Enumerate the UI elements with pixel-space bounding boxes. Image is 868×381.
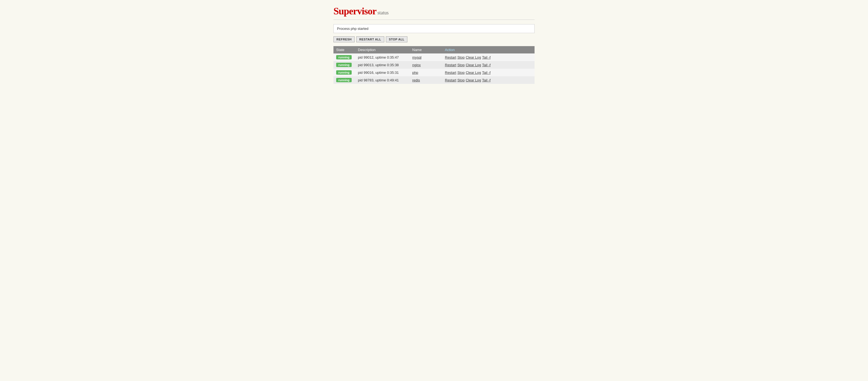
cell-description: pid 99016, uptime 0:35:31 xyxy=(355,69,409,76)
action-link-stop[interactable]: Stop xyxy=(457,55,465,60)
refresh-button[interactable]: REFRESH xyxy=(334,36,354,42)
action-link-tail--f[interactable]: Tail -f xyxy=(482,78,491,82)
action-link-clear-log[interactable]: Clear Log xyxy=(466,55,481,60)
action-link-clear-log[interactable]: Clear Log xyxy=(466,71,481,75)
process-table: State Description Name Action runningpid… xyxy=(334,46,534,84)
table-row: runningpid 99013, uptime 0:35:38nginxRes… xyxy=(334,61,534,69)
cell-state: running xyxy=(334,54,355,61)
process-name-link[interactable]: mysql xyxy=(412,55,422,60)
app-title-supervisor: Supervisor xyxy=(334,5,376,17)
message-box: Process php started xyxy=(334,24,534,33)
action-link-tail--f[interactable]: Tail -f xyxy=(482,55,491,60)
action-link-stop[interactable]: Stop xyxy=(457,63,465,67)
action-link-restart[interactable]: Restart xyxy=(445,63,456,67)
table-row: runningpid 99016, uptime 0:35:31phpResta… xyxy=(334,69,534,76)
status-badge: running xyxy=(336,63,352,67)
status-badge: running xyxy=(336,70,352,75)
header: Supervisor status xyxy=(334,5,534,20)
message-text: Process php started xyxy=(337,27,369,31)
action-link-restart[interactable]: Restart xyxy=(445,71,456,75)
cell-state: running xyxy=(334,61,355,69)
action-link-clear-log[interactable]: Clear Log xyxy=(466,63,481,67)
action-link-restart[interactable]: Restart xyxy=(445,55,456,60)
cell-name: mysql xyxy=(409,54,442,61)
cell-description: pid 99013, uptime 0:35:38 xyxy=(355,61,409,69)
cell-action: RestartStopClear LogTail -f xyxy=(442,76,534,84)
status-badge: running xyxy=(336,55,352,60)
action-link-tail--f[interactable]: Tail -f xyxy=(482,71,491,75)
cell-description: pid 98783, uptime 0:49:41 xyxy=(355,76,409,84)
stop-all-button[interactable]: STOP ALL xyxy=(386,36,408,42)
action-link-stop[interactable]: Stop xyxy=(457,71,465,75)
cell-action: RestartStopClear LogTail -f xyxy=(442,54,534,61)
action-link-tail--f[interactable]: Tail -f xyxy=(482,63,491,67)
page-wrapper: Supervisor status Process php started RE… xyxy=(328,0,540,89)
table-row: runningpid 99012, uptime 0:35:47mysqlRes… xyxy=(334,54,534,61)
cell-name: redis xyxy=(409,76,442,84)
cell-name: php xyxy=(409,69,442,76)
cell-description: pid 99012, uptime 0:35:47 xyxy=(355,54,409,61)
col-header-description: Description xyxy=(355,46,409,54)
cell-action: RestartStopClear LogTail -f xyxy=(442,69,534,76)
status-badge: running xyxy=(336,78,352,82)
table-header-row: State Description Name Action xyxy=(334,46,534,54)
process-name-link[interactable]: nginx xyxy=(412,63,421,67)
cell-state: running xyxy=(334,76,355,84)
toolbar: REFRESH RESTART ALL STOP ALL xyxy=(334,36,534,42)
col-header-action: Action xyxy=(442,46,534,54)
restart-all-button[interactable]: RESTART ALL xyxy=(356,36,384,42)
cell-state: running xyxy=(334,69,355,76)
app-title-status: status xyxy=(377,10,389,16)
col-header-state: State xyxy=(334,46,355,54)
action-link-stop[interactable]: Stop xyxy=(457,78,465,82)
cell-name: nginx xyxy=(409,61,442,69)
table-row: runningpid 98783, uptime 0:49:41redisRes… xyxy=(334,76,534,84)
process-name-link[interactable]: php xyxy=(412,71,418,75)
action-link-clear-log[interactable]: Clear Log xyxy=(466,78,481,82)
cell-action: RestartStopClear LogTail -f xyxy=(442,61,534,69)
process-name-link[interactable]: redis xyxy=(412,78,420,82)
action-link-restart[interactable]: Restart xyxy=(445,78,456,82)
col-header-name: Name xyxy=(409,46,442,54)
